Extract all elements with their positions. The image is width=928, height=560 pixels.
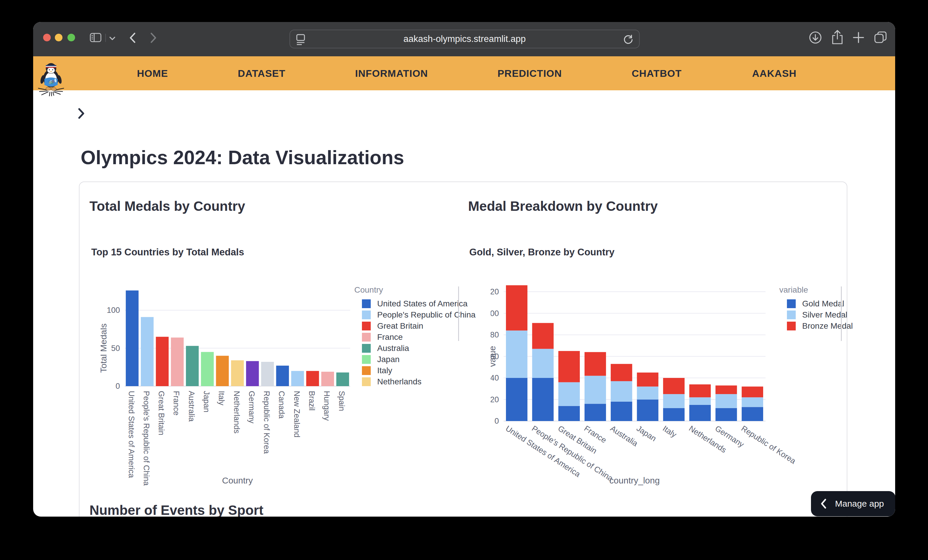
svg-text:Republic of Korea: Republic of Korea	[262, 391, 271, 454]
svg-text:France: France	[172, 391, 181, 415]
nav-item-chatbot[interactable]: CHATBOT	[632, 56, 682, 90]
legend-swatch	[362, 310, 371, 319]
svg-text:40: 40	[491, 374, 499, 382]
legend-scrollbar[interactable]	[841, 287, 842, 341]
legend-item[interactable]: Japan	[362, 354, 475, 365]
tab-overview-icon[interactable]	[874, 31, 888, 44]
svg-text:Great Britain: Great Britain	[157, 391, 166, 435]
legend-swatch	[362, 377, 371, 386]
legend-label: Japan	[377, 355, 400, 364]
legend-item[interactable]: Bronze Medal	[787, 320, 853, 332]
svg-text:Japan: Japan	[202, 391, 211, 412]
legend-swatch	[362, 322, 371, 330]
legend-label: People's Republic of China	[377, 310, 475, 320]
manage-app-button[interactable]: Manage app	[811, 491, 895, 516]
share-icon[interactable]	[830, 30, 844, 46]
nav-label: CHATBOT	[632, 68, 682, 79]
reload-icon[interactable]	[623, 34, 634, 45]
svg-text:50: 50	[111, 344, 120, 353]
nav-item-prediction[interactable]: PREDICTION	[498, 56, 562, 90]
browser-toolbar: aakash-olympics.streamlit.app	[33, 22, 895, 56]
legend-swatch	[362, 366, 371, 375]
legend-label: Silver Medal	[802, 310, 847, 320]
toolbar-divider	[105, 34, 106, 42]
new-tab-icon[interactable]	[852, 31, 865, 44]
nav-label: AAKASH	[752, 68, 796, 79]
section-heading-medal-breakdown: Medal Breakdown by Country	[468, 198, 658, 214]
minimize-window-button[interactable]	[55, 34, 63, 41]
legend-label: Gold Medal	[802, 299, 844, 308]
page-title: Olympics 2024: Data Visualizations	[81, 146, 404, 169]
legend-label: Bronze Medal	[802, 321, 853, 331]
svg-text:20: 20	[491, 395, 499, 404]
nav-item-dataset[interactable]: DATASET	[238, 56, 286, 90]
close-window-button[interactable]	[43, 34, 51, 41]
legend-title: Country	[354, 285, 475, 294]
country-legend[interactable]: CountryUnited States of AmericaPeople's …	[354, 285, 475, 387]
legend-item[interactable]: Gold Medal	[787, 298, 853, 309]
app-nav-bar: HOME DATASET INFORMATION PREDICTION CHAT…	[33, 56, 895, 90]
svg-text:Australia: Australia	[609, 424, 640, 448]
nav-label: PREDICTION	[498, 68, 562, 79]
total-medals-bar-chart[interactable]: 050100United States of AmericaPeople's R…	[101, 280, 394, 514]
legend-item[interactable]: Italy	[362, 365, 475, 376]
nav-item-aakash[interactable]: AAKASH	[752, 56, 796, 90]
legend-scrollbar[interactable]	[458, 287, 459, 341]
svg-text:Netherlands: Netherlands	[232, 391, 241, 433]
legend-label: Netherlands	[377, 377, 421, 386]
svg-text:Spain: Spain	[337, 391, 346, 411]
svg-text:People's Republic of China: People's Republic of China	[142, 391, 151, 486]
svg-text:Germany: Germany	[247, 391, 256, 424]
chevron-down-icon[interactable]	[109, 36, 116, 41]
forward-button[interactable]	[150, 32, 157, 43]
svg-text:country_long: country_long	[609, 476, 660, 485]
zoom-window-button[interactable]	[67, 34, 75, 41]
svg-text:0: 0	[495, 417, 499, 426]
variable-legend[interactable]: variableGold MedalSilver MedalBronze Med…	[779, 285, 853, 332]
penguin-mascot-logo	[37, 59, 65, 98]
svg-text:80: 80	[491, 330, 499, 339]
svg-text:Hungary: Hungary	[322, 391, 331, 421]
legend-item[interactable]: Silver Medal	[787, 309, 853, 320]
back-button[interactable]	[129, 32, 136, 43]
nav-item-information[interactable]: INFORMATION	[355, 56, 428, 90]
medal-breakdown-stacked-chart[interactable]: 020406080100120United States of AmericaP…	[491, 280, 801, 514]
svg-text:New Zealand: New Zealand	[292, 391, 301, 438]
svg-text:Country: Country	[222, 476, 253, 485]
url-text: aakash-olympics.streamlit.app	[290, 30, 639, 48]
nav-item-home[interactable]: HOME	[137, 56, 168, 90]
legend-label: United States of America	[377, 299, 467, 308]
nav-label: HOME	[137, 68, 168, 79]
svg-text:Total Medals: Total Medals	[101, 323, 108, 373]
svg-text:United States of America: United States of America	[127, 391, 136, 478]
svg-text:100: 100	[107, 306, 120, 314]
legend-item[interactable]: Netherlands	[362, 376, 475, 387]
svg-text:Canada: Canada	[277, 391, 286, 419]
svg-text:0: 0	[116, 382, 120, 391]
legend-swatch	[787, 322, 796, 330]
legend-label: Great Britain	[377, 321, 423, 331]
svg-text:Brazil: Brazil	[307, 391, 316, 411]
sidebar-toggle-icon[interactable]	[90, 33, 101, 42]
legend-swatch	[362, 299, 371, 308]
manage-app-label: Manage app	[835, 499, 884, 509]
legend-label: Italy	[377, 366, 392, 375]
chart-title-medal-breakdown: Gold, Silver, Bronze by Country	[469, 247, 615, 258]
chevron-left-icon	[820, 499, 827, 509]
legend-swatch	[362, 333, 371, 342]
browser-window: aakash-olympics.streamlit.app HOME	[33, 22, 895, 517]
sidebar-expand-icon[interactable]	[78, 108, 85, 119]
legend-swatch	[362, 344, 371, 353]
section-heading-total-medals: Total Medals by Country	[90, 198, 245, 214]
chart-title-total-medals: Top 15 Countries by Total Medals	[91, 247, 244, 258]
nav-label: INFORMATION	[355, 68, 428, 79]
downloads-icon[interactable]	[809, 31, 822, 44]
address-bar[interactable]: aakash-olympics.streamlit.app	[290, 30, 640, 48]
legend-title: variable	[779, 285, 853, 294]
svg-text:Italy: Italy	[661, 424, 678, 439]
legend-swatch	[787, 299, 796, 308]
legend-item[interactable]: Australia	[362, 343, 475, 354]
svg-text:100: 100	[491, 309, 499, 318]
svg-text:Republic of Korea: Republic of Korea	[740, 424, 797, 466]
svg-text:Australia: Australia	[187, 391, 196, 422]
